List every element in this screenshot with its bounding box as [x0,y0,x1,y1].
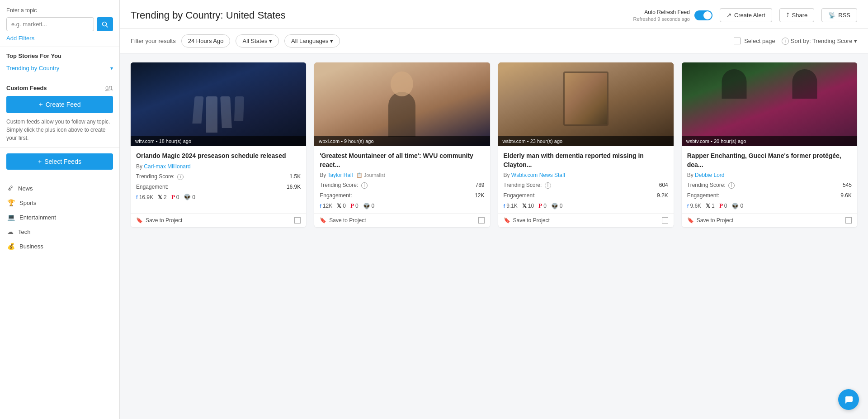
card-3-image: wsbtv.com • 23 hour(s) ago [498,62,674,146]
card-2-trending: Trending Score: i 789 [320,182,484,189]
card-1-reddit: 👽 0 [184,194,195,200]
card-3-footer: 🔖 Save to Project [498,213,674,227]
card-2-facebook: f 12K [320,203,332,210]
select-page-label: Select page [744,38,775,44]
tech-icon: ☁ [7,228,14,235]
card-4-reddit: 👽 0 [731,203,743,210]
rss-button[interactable]: 📡 RSS [821,8,857,22]
card-1-footer: 🔖 Save to Project [131,213,306,227]
x-icon-2: 𝕏 [337,203,341,209]
filter-results-label: Filter your results [131,38,176,44]
card-2-footer: 🔖 Save to Project [314,213,490,227]
create-feed-button[interactable]: + Create Feed [6,96,113,113]
svg-line-1 [106,25,108,27]
share-button[interactable]: ⤴ Share [779,8,815,22]
chevron-down-icon: ▾ [110,65,113,71]
create-alert-icon: ↗ [726,12,731,19]
sidebar: Enter a topic Add Filters Top Stories Fo… [0,0,120,419]
card-4-image: wsbtv.com • 20 hour(s) ago [682,62,857,146]
auto-refresh-toggle[interactable] [694,10,712,20]
card-1-save-checkbox[interactable] [294,217,301,224]
news-icon: 🗞 [7,185,14,192]
bookmark-icon-4: 🔖 [687,217,694,224]
share-label: Share [792,12,808,19]
chat-icon [844,395,854,405]
pinterest-icon-2: 𝐏 [350,202,354,210]
chat-bubble-button[interactable] [838,389,859,410]
trending-info-icon-4: i [728,182,735,189]
location-filter[interactable]: All States ▾ [236,34,279,48]
card-3-body: Elderly man with dementia reported missi… [498,146,674,213]
rss-icon: 📡 [828,12,835,19]
card-2-save-checkbox[interactable] [478,217,485,224]
card-3-social: f 9.1K 𝕏 10 𝐏 0 👽 0 [504,202,668,210]
card-2-image: wpxl.com • 9 hour(s) ago [314,62,490,146]
trending-info-icon-3: i [545,182,551,189]
custom-feeds-count: 0/1 [105,85,113,91]
card-1-author-link[interactable]: Carl-max Millionard [144,163,190,170]
card-4-author-link[interactable]: Debbie Lord [695,172,724,178]
card-1-source: wftv.com • 18 hour(s) ago [131,136,306,146]
sidebar-item-business[interactable]: 💰 Business [0,239,119,253]
card-3-pinterest: 𝐏 0 [538,202,547,210]
card-3-save-button[interactable]: 🔖 Save to Project [504,217,550,224]
filter-right-actions: Select page i Sort by: Trending Score ▾ [734,38,857,45]
card-2-save-button[interactable]: 🔖 Save to Project [320,217,366,224]
bookmark-icon-2: 🔖 [320,217,326,224]
create-alert-label: Create Alert [734,12,765,19]
card-2-author-link[interactable]: Taylor Hall [327,172,353,178]
sort-label-text: Sort by: Trending Score ▾ [791,38,857,44]
trending-info-icon: i [177,174,184,180]
card-4-trending: Trending Score: i 545 [687,182,852,189]
pinterest-icon: 𝐏 [171,194,175,201]
card-3-author-link[interactable]: Wsbtv.com News Staff [511,172,566,178]
add-filters-link[interactable]: Add Filters [6,35,34,42]
sports-icon: 🏆 [7,199,15,206]
card-1-save-button[interactable]: 🔖 Save to Project [136,217,182,224]
card-2-pinterest: 𝐏 0 [350,202,359,210]
custom-feeds-description: Custom feeds allow you to follow any top… [6,118,113,142]
search-label: Enter a topic [6,7,113,14]
card-4-facebook: f 9.6K [687,203,701,210]
card-1-twitter: 𝕏 2 [158,194,167,200]
sidebar-item-entertainment[interactable]: 💻 Entertainment [0,210,119,224]
card-1-facebook: f 16.9K [136,194,153,200]
card-1-trending: Trending Score: i 1.5K [136,173,301,180]
card-4-footer: 🔖 Save to Project [682,213,857,227]
search-row [6,17,113,31]
card-3-title: Elderly man with dementia reported missi… [504,152,668,169]
select-page-group: Select page [734,38,775,44]
cards-grid: wftv.com • 18 hour(s) ago Orlando Magic … [131,62,857,227]
custom-feeds-section: Custom Feeds 0/1 + Create Feed Custom fe… [0,79,119,148]
select-feeds-button[interactable]: + Select Feeds [6,153,113,170]
main-content: Trending by Country: United States Auto … [120,0,868,419]
facebook-icon-3: f [504,203,505,210]
sidebar-item-tech[interactable]: ☁ Tech [0,224,119,239]
time-filter[interactable]: 24 Hours Ago [181,34,231,48]
sort-info-icon: i [782,38,789,45]
card-4-save-button[interactable]: 🔖 Save to Project [687,217,733,224]
select-page-checkbox[interactable] [734,38,741,44]
search-input[interactable] [6,17,94,31]
card-2-twitter: 𝕏 0 [337,203,346,209]
x-icon-4: 𝕏 [706,203,710,209]
card-3-trending: Trending Score: i 604 [504,182,668,189]
card-4-twitter: 𝕏 1 [706,203,715,209]
trending-by-country-toggle[interactable]: Trending by Country ▾ [6,63,113,73]
x-icon: 𝕏 [158,194,162,200]
card-4-save-checkbox[interactable] [845,217,852,224]
sort-dropdown[interactable]: i Sort by: Trending Score ▾ [782,38,857,45]
search-button[interactable] [97,17,113,31]
create-feed-label: Create Feed [46,101,81,108]
create-alert-button[interactable]: ↗ Create Alert [720,8,772,22]
select-feeds-section: + Select Feeds [0,148,119,178]
card-1-title: Orlando Magic 2024 preseason schedule re… [136,152,301,161]
main-header: Trending by Country: United States Auto … [120,0,868,29]
header-actions: Auto Refresh Feed Refreshed 9 seconds ag… [633,8,857,22]
sidebar-item-news[interactable]: 🗞 News [0,181,119,195]
language-filter[interactable]: All Languages ▾ [284,34,340,48]
sidebar-item-sports[interactable]: 🏆 Sports [0,195,119,210]
trending-by-country-label: Trending by Country [6,65,59,71]
card-3-save-checkbox[interactable] [662,217,668,224]
auto-refresh-sub: Refreshed 9 seconds ago [633,16,690,22]
